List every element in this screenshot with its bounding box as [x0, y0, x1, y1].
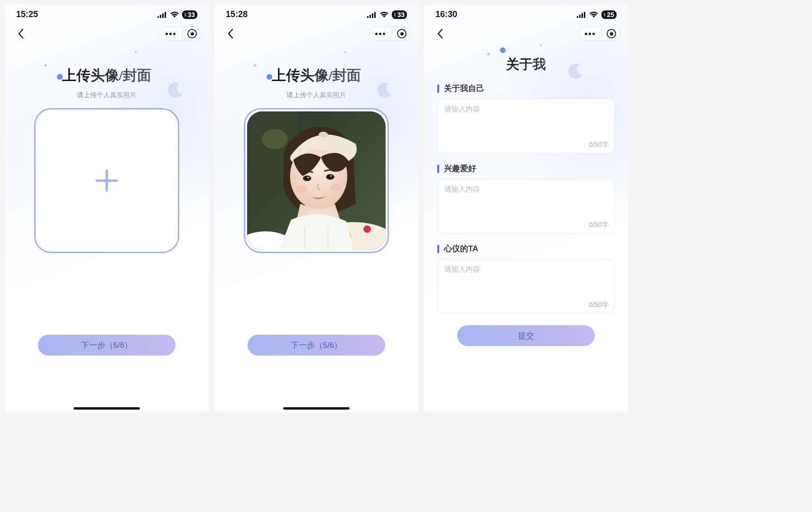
uploaded-avatar-box[interactable] [244, 108, 389, 253]
page-title: 上传头像/封面 [5, 66, 209, 85]
next-step-button[interactable]: 下一步（5/6） [248, 335, 385, 356]
back-button[interactable] [222, 25, 239, 42]
svg-rect-23 [577, 16, 578, 18]
svg-point-17 [303, 175, 312, 181]
dot-decoration [500, 47, 506, 53]
nav-bar [214, 21, 418, 46]
svg-rect-0 [157, 16, 159, 18]
svg-point-16 [319, 132, 328, 137]
svg-rect-1 [160, 15, 161, 18]
status-bar: 15:28 33 [214, 5, 418, 21]
battery-level: 33 [182, 10, 197, 19]
submit-label: 提交 [518, 330, 534, 341]
battery-level: 25 [601, 10, 617, 19]
battery-level: 33 [392, 10, 407, 19]
status-time: 15:25 [16, 9, 38, 19]
nav-bar [424, 21, 628, 46]
screen-about-me: 16:30 25 ✦ ✦ 关于我 关于我自己 请输入内容 0/50字 兴趣 [424, 5, 628, 412]
page-title: 关于我 [424, 55, 628, 73]
page-subtitle: 请上传个人真实照片 [214, 91, 418, 100]
home-indicator[interactable] [74, 407, 140, 410]
status-bar: 15:25 33 [5, 5, 209, 21]
next-step-button[interactable]: 下一步（5/6） [38, 335, 175, 356]
status-right: 25 [577, 10, 617, 19]
section-header: 兴趣爱好 [437, 163, 615, 174]
sparkle-icon: ✦ [343, 50, 347, 55]
section-title: 兴趣爱好 [444, 163, 476, 174]
svg-rect-6 [372, 13, 373, 18]
svg-rect-3 [165, 12, 166, 18]
svg-point-18 [326, 174, 334, 180]
section-accent-bar [437, 165, 439, 173]
wifi-icon [170, 11, 179, 18]
sparkle-icon: ✦ [134, 50, 138, 55]
section-accent-bar [437, 84, 439, 93]
screen-upload-filled: 15:28 33 ✦ ✦ 上传头像/封面 请上传个人真实照片 [214, 5, 418, 412]
status-right: 33 [157, 10, 197, 19]
back-button[interactable] [432, 25, 449, 42]
capsule-close-icon[interactable] [607, 29, 616, 38]
svg-point-20 [331, 175, 332, 177]
upload-avatar-box[interactable] [34, 108, 179, 253]
cellular-signal-icon [367, 11, 377, 18]
back-button[interactable] [12, 25, 29, 42]
status-time: 16:30 [435, 9, 457, 19]
section-title: 关于我自己 [444, 83, 484, 94]
placeholder-text: 请输入内容 [444, 105, 480, 113]
miniapp-capsule [369, 27, 411, 41]
placeholder-text: 请输入内容 [444, 185, 480, 193]
svg-rect-24 [579, 15, 581, 18]
next-step-label: 下一步（5/6） [291, 340, 342, 351]
capsule-close-icon[interactable] [187, 29, 197, 38]
svg-point-21 [296, 185, 307, 193]
page-subtitle: 请上传个人真实照片 [5, 91, 209, 100]
capsule-separator [601, 29, 602, 38]
capsule-close-icon[interactable] [397, 29, 406, 38]
svg-point-12 [363, 225, 371, 233]
svg-rect-2 [162, 13, 164, 18]
svg-rect-7 [374, 12, 376, 18]
avatar-image [247, 111, 386, 250]
section-header: 心仪的TA [437, 243, 615, 254]
page-title: 上传头像/封面 [214, 66, 418, 85]
section-accent-bar [437, 245, 439, 253]
section-header: 关于我自己 [437, 83, 615, 94]
svg-point-10 [262, 129, 288, 149]
about-self-textarea[interactable]: 请输入内容 0/50字 [437, 99, 615, 154]
capsule-menu-icon[interactable] [373, 31, 387, 37]
capsule-separator [182, 29, 183, 38]
capsule-menu-icon[interactable] [583, 31, 597, 37]
char-counter: 0/50字 [589, 141, 609, 149]
char-counter: 0/50字 [589, 221, 609, 229]
placeholder-text: 请输入内容 [444, 265, 480, 273]
status-right: 33 [367, 10, 407, 19]
nav-bar [5, 21, 209, 46]
status-bar: 16:30 25 [424, 5, 628, 21]
capsule-separator [392, 29, 392, 38]
capsule-menu-icon[interactable] [164, 31, 177, 37]
cellular-signal-icon [157, 11, 167, 18]
miniapp-capsule [159, 27, 201, 41]
ideal-partner-textarea[interactable]: 请输入内容 0/50字 [437, 259, 615, 314]
home-indicator[interactable] [283, 407, 350, 410]
section-hobbies: 兴趣爱好 请输入内容 0/50字 [424, 163, 628, 234]
svg-rect-5 [369, 15, 371, 18]
wifi-icon [589, 11, 599, 18]
svg-point-22 [330, 183, 341, 191]
section-ideal-partner: 心仪的TA 请输入内容 0/50字 [424, 243, 628, 314]
svg-rect-25 [581, 13, 583, 18]
miniapp-capsule [579, 27, 620, 41]
char-counter: 0/50字 [589, 301, 609, 310]
section-about-self: 关于我自己 请输入内容 0/50字 [424, 83, 628, 154]
svg-rect-26 [584, 12, 585, 18]
submit-button[interactable]: 提交 [457, 325, 595, 346]
wifi-icon [379, 11, 389, 18]
svg-point-19 [307, 177, 309, 178]
cellular-signal-icon [577, 11, 586, 18]
hobbies-textarea[interactable]: 请输入内容 0/50字 [437, 179, 615, 234]
section-title: 心仪的TA [444, 243, 478, 254]
svg-rect-4 [367, 16, 369, 18]
screen-upload-empty: 15:25 33 ✦ ✦ 上传头像/封面 请上传个人真实照片 下一步（5/6） [5, 5, 209, 412]
status-time: 15:28 [226, 9, 248, 19]
plus-icon [94, 168, 120, 193]
